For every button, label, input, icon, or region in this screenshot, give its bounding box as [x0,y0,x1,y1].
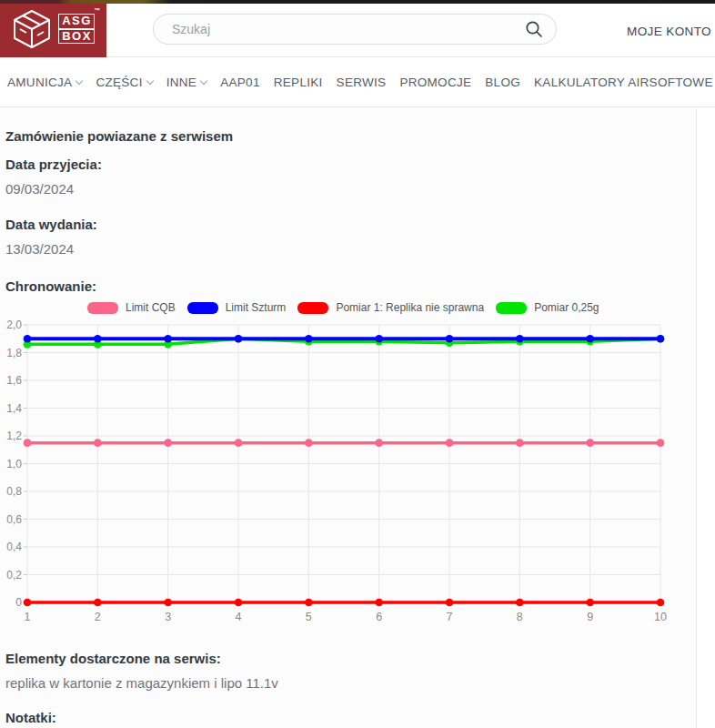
legend-label: Pomiar 1: Replika nie sprawna [336,301,484,314]
svg-text:3: 3 [165,611,171,623]
legend-swatch [297,302,328,314]
nav-item-label: REPLIKI [274,76,323,89]
nav-item-serwis[interactable]: SERWIS [337,76,387,89]
nav-item-kalkulatory-airsoftowe[interactable]: KALKULATORY AIRSOFTOWE [534,76,715,89]
legend-swatch [496,302,527,314]
svg-text:8: 8 [517,611,523,623]
svg-text:7: 7 [447,611,453,623]
legend-label: Pomiar 0,25g [534,301,599,314]
logo-wordmark: ASG BOX ™ [58,14,95,44]
chronograph-label: Chronowanie: [5,278,96,294]
svg-text:0,2: 0,2 [6,569,22,581]
svg-text:2,0: 2,0 [6,320,22,331]
nav-item-label: INNE [166,76,196,89]
svg-text:9: 9 [587,611,593,623]
delivered-items-label: Elementy dostarczone na serwis: [5,651,221,666]
site-header: ASG BOX ™ MOJE KONTO [0,0,715,57]
legend-item: Limit CQB [87,301,176,314]
legend-item: Pomiar 1: Replika nie sprawna [297,301,484,314]
nav-item-blog[interactable]: BLOG [485,76,520,89]
date-released-value: 13/03/2024 [5,241,74,257]
svg-text:6: 6 [376,611,382,623]
nav-item-cz-ci[interactable]: CZĘŚCI [96,76,152,89]
svg-text:1,6: 1,6 [6,374,22,387]
top-accent-strip [0,0,715,4]
delivered-items-value: replika w kartonie z magazynkiem i lipo … [5,675,278,691]
my-account-link[interactable]: MOJE KONTO [627,25,711,38]
svg-text:1,2: 1,2 [6,430,22,442]
site-logo[interactable]: ASG BOX ™ [0,0,106,57]
svg-text:1: 1 [25,611,31,623]
nav-item-promocje[interactable]: PROMOCJE [399,76,471,89]
nav-item-label: SERWIS [337,76,387,89]
legend-item: Limit Szturm [187,301,287,314]
chevron-down-icon [146,77,153,85]
date-released-label: Data wydania: [5,217,97,232]
chronograph-chart: 00,20,40,60,81,01,21,41,61,82,0123456789… [0,320,688,634]
chevron-down-icon [200,77,207,85]
search-bar [153,14,557,45]
legend-swatch [187,302,218,314]
svg-text:0,4: 0,4 [6,541,22,553]
order-title: Zamówienie powiazane z serwisem [5,128,233,144]
nav-item-label: AMUNICJA [7,76,72,89]
legend-label: Limit CQB [126,301,176,314]
nav-item-aap01[interactable]: AAP01 [220,76,260,89]
nav-item-amunicja[interactable]: AMUNICJA [7,76,82,89]
date-received-value: 09/03/2024 [5,181,74,197]
svg-text:2: 2 [95,611,101,623]
nav-item-inne[interactable]: INNE [166,76,206,89]
search-input[interactable] [170,21,525,37]
legend-swatch [87,302,118,314]
nav-item-label: CZĘŚCI [96,76,142,89]
svg-text:1,4: 1,4 [6,402,22,415]
nav-item-label: BLOG [485,76,520,89]
service-order-content: Zamówienie powiazane z serwisem Data prz… [0,108,697,728]
search-icon [525,20,543,38]
legend-item: Pomiar 0,25g [496,301,599,314]
main-nav: AMUNICJACZĘŚCIINNEAAP01REPLIKISERWISPROM… [0,58,715,107]
cube-logo-icon [12,8,52,50]
chevron-down-icon [76,77,83,85]
legend-label: Limit Szturm [226,301,287,314]
nav-item-label: AAP01 [220,76,260,89]
svg-text:1,8: 1,8 [6,347,22,359]
nav-item-label: PROMOCJE [399,76,471,89]
svg-text:4: 4 [236,611,242,623]
svg-text:0,8: 0,8 [6,485,22,498]
trademark-symbol: ™ [94,7,102,14]
chart-legend: Limit CQBLimit SzturmPomiar 1: Replika n… [87,301,599,314]
date-received-label: Data przyjecia: [5,157,102,172]
svg-text:0,6: 0,6 [6,513,22,526]
svg-text:0: 0 [15,596,22,609]
nav-item-label: KALKULATORY AIRSOFTOWE [534,76,713,89]
search-button[interactable] [525,20,543,38]
svg-text:5: 5 [306,611,312,623]
notes-label: Notatki: [5,710,56,725]
nav-item-repliki[interactable]: REPLIKI [274,76,323,89]
svg-text:1,0: 1,0 [6,458,22,470]
svg-text:10: 10 [654,611,667,623]
